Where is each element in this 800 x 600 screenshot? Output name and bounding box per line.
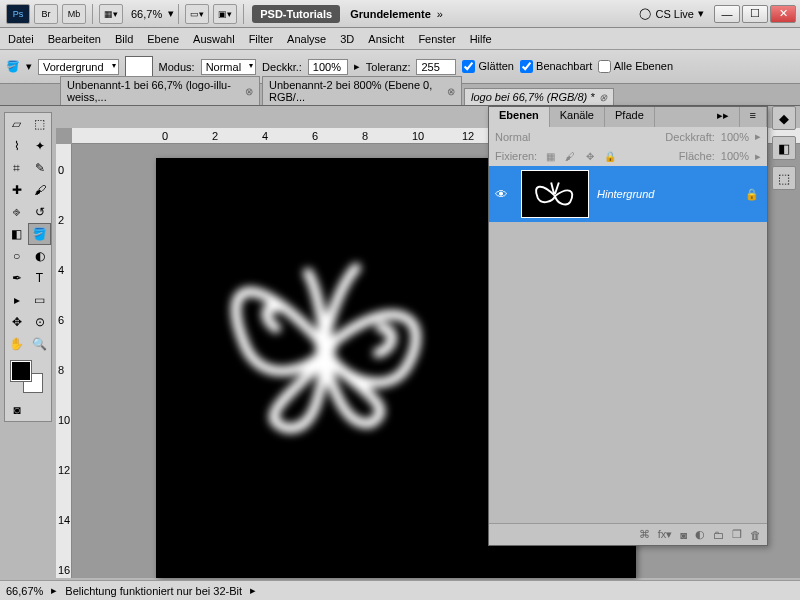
status-bar: 66,67% ▸ Belichtung funktioniert nur bei… — [0, 580, 800, 600]
butterfly-artwork — [196, 218, 456, 458]
panel-collapse-icon[interactable]: ▸▸ — [707, 107, 740, 127]
close-button[interactable]: ✕ — [770, 5, 796, 23]
swatches-panel-icon[interactable]: ◧ — [772, 136, 796, 160]
tab-ebenen[interactable]: Ebenen — [489, 107, 550, 127]
adjustment-layer-icon[interactable]: ◐ — [695, 528, 705, 541]
blend-mode-dropdown[interactable]: Normal — [495, 131, 659, 143]
tab-kanaele[interactable]: Kanäle — [550, 107, 605, 127]
tab-pfade[interactable]: Pfade — [605, 107, 655, 127]
bridge-icon[interactable]: Br — [34, 4, 58, 24]
move-tool[interactable]: ▱ — [5, 113, 28, 135]
visibility-toggle-icon[interactable]: 👁 — [489, 187, 513, 202]
menu-bild[interactable]: Bild — [115, 33, 133, 45]
fg-color-swatch[interactable] — [11, 361, 31, 381]
screenmode-icon[interactable]: ▣▾ — [213, 4, 237, 24]
toolbox: ▱⬚ ⌇✦ ⌗✎ ✚🖌 ⎆↺ ◧🪣 ○◐ ✒T ▸▭ ✥⊙ ✋🔍 ◙ — [4, 112, 52, 422]
minibridge-icon[interactable]: Mb — [62, 4, 86, 24]
3d-tool[interactable]: ✥ — [5, 311, 28, 333]
new-layer-icon[interactable]: ❐ — [732, 528, 742, 541]
close-tab-icon[interactable]: ⊗ — [447, 86, 455, 97]
menu-bearbeiten[interactable]: Bearbeiten — [48, 33, 101, 45]
stamp-tool[interactable]: ⎆ — [5, 201, 28, 223]
dodge-tool[interactable]: ◐ — [28, 245, 51, 267]
doc-tab-1[interactable]: Unbenannt-1 bei 66,7% (logo-illu-weiss,.… — [60, 76, 260, 105]
blur-tool[interactable]: ○ — [5, 245, 28, 267]
antialias-checkbox[interactable]: Glätten — [462, 60, 514, 74]
tolerance-input[interactable]: 255 — [416, 59, 456, 75]
brush-tool[interactable]: 🖌 — [28, 179, 51, 201]
eraser-tool[interactable]: ◧ — [5, 223, 28, 245]
status-zoom[interactable]: 66,67% — [6, 585, 43, 597]
arrange-icon[interactable]: ▭▾ — [185, 4, 209, 24]
workspace2-button[interactable]: Grundelemente — [350, 8, 431, 20]
layers-panel: Ebenen Kanäle Pfade ▸▸ ≡ Normal Deckkraf… — [488, 106, 768, 546]
more-workspaces-icon[interactable]: » — [437, 8, 443, 20]
layer-name[interactable]: Hintergrund — [597, 188, 745, 200]
opacity-input[interactable]: 100% — [308, 59, 348, 75]
menu-datei[interactable]: Datei — [8, 33, 34, 45]
contiguous-checkbox[interactable]: Benachbart — [520, 60, 592, 74]
eyedropper-tool[interactable]: ✎ — [28, 157, 51, 179]
shape-tool[interactable]: ▭ — [28, 289, 51, 311]
layer-group-icon[interactable]: 🗀 — [713, 529, 724, 541]
minimize-button[interactable]: — — [714, 5, 740, 23]
crop-tool[interactable]: ⌗ — [5, 157, 28, 179]
menu-fenster[interactable]: Fenster — [418, 33, 455, 45]
heal-tool[interactable]: ✚ — [5, 179, 28, 201]
bucket-tool[interactable]: 🪣 — [28, 223, 51, 245]
close-tab-icon[interactable]: ⊗ — [245, 86, 253, 97]
view-extras-icon[interactable]: ▦▾ — [99, 4, 123, 24]
quickmask-toggle[interactable]: ◙ — [5, 399, 29, 421]
menu-bar: Datei Bearbeiten Bild Ebene Auswahl Filt… — [0, 28, 800, 50]
all-layers-checkbox[interactable]: Alle Ebenen — [598, 60, 673, 74]
lock-position-icon[interactable]: ✥ — [583, 149, 597, 163]
link-layers-icon[interactable]: ⌘ — [639, 528, 650, 541]
opacity-label: Deckkraft: — [665, 131, 715, 143]
menu-hilfe[interactable]: Hilfe — [470, 33, 492, 45]
menu-auswahl[interactable]: Auswahl — [193, 33, 235, 45]
menu-analyse[interactable]: Analyse — [287, 33, 326, 45]
maximize-button[interactable]: ☐ — [742, 5, 768, 23]
type-tool[interactable]: T — [28, 267, 51, 289]
menu-ebene[interactable]: Ebene — [147, 33, 179, 45]
wand-tool[interactable]: ✦ — [28, 135, 51, 157]
layer-fx-icon[interactable]: fx▾ — [658, 528, 673, 541]
lock-transparent-icon[interactable]: ▦ — [543, 149, 557, 163]
history-brush-tool[interactable]: ↺ — [28, 201, 51, 223]
menu-filter[interactable]: Filter — [249, 33, 273, 45]
3d-camera-tool[interactable]: ⊙ — [28, 311, 51, 333]
pen-tool[interactable]: ✒ — [5, 267, 28, 289]
zoom-tool[interactable]: 🔍 — [28, 333, 51, 355]
pattern-swatch[interactable] — [125, 56, 153, 78]
fill-label: Fläche: — [679, 150, 715, 162]
ruler-vertical[interactable]: 0246810121416 — [56, 144, 72, 578]
adjustments-panel-icon[interactable]: ⬚ — [772, 166, 796, 190]
hand-tool[interactable]: ✋ — [5, 333, 28, 355]
cslive-button[interactable]: ◯ CS Live ▾ — [639, 7, 704, 20]
doc-tab-2[interactable]: Unbenannt-2 bei 800% (Ebene 0, RGB/...⊗ — [262, 76, 462, 105]
tolerance-label: Toleranz: — [366, 61, 411, 73]
doc-tab-3[interactable]: logo bei 66,7% (RGB/8) *⊗ — [464, 88, 614, 105]
layer-fill-input[interactable]: 100% — [721, 150, 749, 162]
menu-ansicht[interactable]: Ansicht — [368, 33, 404, 45]
menu-3d[interactable]: 3D — [340, 33, 354, 45]
close-tab-icon[interactable]: ⊗ — [599, 92, 607, 103]
workspace-button[interactable]: PSD-Tutorials — [252, 5, 340, 23]
mode-dropdown[interactable]: Normal — [201, 59, 256, 75]
lock-all-icon[interactable]: 🔒 — [603, 149, 617, 163]
layer-opacity-input[interactable]: 100% — [721, 131, 749, 143]
marquee-tool[interactable]: ⬚ — [28, 113, 51, 135]
path-select-tool[interactable]: ▸ — [5, 289, 28, 311]
color-panel-icon[interactable]: ◆ — [772, 106, 796, 130]
delete-layer-icon[interactable]: 🗑 — [750, 529, 761, 541]
fill-source-dropdown[interactable]: Vordergrund — [38, 59, 119, 75]
ps-icon[interactable]: Ps — [6, 4, 30, 24]
bucket-tool-icon[interactable]: 🪣 — [6, 60, 20, 73]
zoom-level[interactable]: 66,7% — [131, 8, 162, 20]
lasso-tool[interactable]: ⌇ — [5, 135, 28, 157]
lock-pixels-icon[interactable]: 🖌 — [563, 149, 577, 163]
layer-thumbnail[interactable] — [521, 170, 589, 218]
panel-menu-icon[interactable]: ≡ — [740, 107, 767, 127]
layer-mask-icon[interactable]: ◙ — [680, 529, 687, 541]
layer-row[interactable]: 👁 Hintergrund 🔒 — [489, 166, 767, 222]
